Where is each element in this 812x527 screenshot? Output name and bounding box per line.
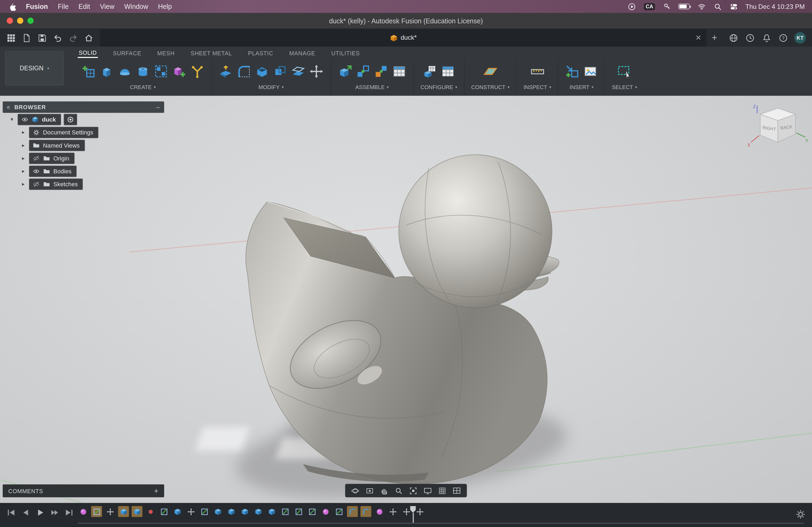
comments-bar[interactable]: COMMENTS + [3,484,164,497]
battery-icon[interactable] [679,3,690,9]
save-icon[interactable] [37,33,47,43]
revolve-icon[interactable] [118,64,132,79]
spotlight-search-icon[interactable] [713,2,722,11]
timeline-feature-sketch[interactable] [199,506,210,517]
new-file-icon[interactable] [22,33,32,43]
step-forward-button[interactable] [50,508,60,517]
timeline-feature-sketch[interactable] [334,506,344,517]
help-icon[interactable]: ? [779,33,788,43]
apple-logo-icon[interactable] [7,2,16,11]
joint-icon[interactable] [356,64,370,79]
move-copy-icon[interactable] [309,64,323,79]
create-menu[interactable]: CREATE▾ [130,84,156,90]
bell-icon[interactable] [762,33,772,43]
tab-plastic[interactable]: PLASTIC [247,48,274,57]
wifi-icon[interactable] [697,2,706,11]
viewports-icon[interactable] [450,484,463,497]
insert-menu[interactable]: INSERT▾ [569,84,593,90]
close-tab-icon[interactable]: ✕ [695,33,702,42]
close-window-button[interactable] [7,18,13,24]
tab-surface[interactable]: SURFACE [112,48,142,57]
configure-menu[interactable]: CONFIGURE▾ [420,84,457,90]
new-tab-button[interactable]: + [707,32,723,43]
input-source-badge[interactable]: CA [644,3,655,10]
undo-icon[interactable] [53,33,63,43]
pan-icon[interactable] [378,484,391,497]
display-settings-icon[interactable] [421,484,434,497]
caret-collapsed-icon[interactable]: ▸ [20,181,26,187]
skip-to-end-button[interactable] [64,508,74,517]
timeline-feature-move[interactable] [105,506,115,517]
caret-collapsed-icon[interactable]: ▸ [20,142,26,148]
screen-mirroring-icon[interactable] [627,2,636,11]
menu-view[interactable]: View [100,3,114,11]
menu-file[interactable]: File [58,3,69,11]
timeline-feature-move[interactable] [185,506,196,517]
press-pull-icon[interactable] [219,64,233,79]
timeline-feature-box[interactable] [239,506,250,517]
model-canvas[interactable]: « BROWSER − ▾ duck ▸ Document [0,96,812,503]
skip-to-start-button[interactable] [6,508,16,517]
timeline-settings-gear-icon[interactable] [795,509,806,520]
zoom-icon[interactable] [392,484,405,497]
insert-derive-icon[interactable] [565,64,580,79]
joint-table-icon[interactable] [392,64,407,79]
timeline-feature-box[interactable] [132,506,142,517]
construction-plane-icon[interactable] [483,64,497,79]
timeline-feature-form[interactable] [374,506,385,517]
configuration-icon[interactable] [423,64,437,79]
caret-collapsed-icon[interactable]: ▸ [20,129,26,135]
grid-settings-icon[interactable] [436,484,449,497]
timeline-feature-box[interactable] [172,506,183,517]
browser-node-origin[interactable]: Origin [29,152,74,164]
zoom-window-button[interactable] [27,18,33,24]
look-at-icon[interactable] [363,484,376,497]
browser-node-bodies[interactable]: Bodies [29,165,77,177]
document-tab-duck[interactable]: duck* [390,34,417,42]
app-grid-icon[interactable] [6,33,16,43]
tab-utilities[interactable]: UTILITIES [330,48,361,57]
fillet-icon[interactable] [236,64,251,79]
home-icon[interactable] [84,33,94,43]
combine-icon[interactable] [273,64,287,79]
orbit-icon[interactable] [349,484,362,497]
play-button[interactable] [35,508,45,517]
timeline-feature-sketch[interactable] [293,506,304,517]
as-built-joint-icon[interactable] [374,64,388,79]
assemble-menu[interactable]: ASSEMBLE▾ [355,84,389,90]
minimize-browser-icon[interactable]: − [156,103,160,111]
timeline-feature-box[interactable] [266,506,277,517]
caret-collapsed-icon[interactable]: ▸ [20,168,26,174]
menu-window[interactable]: Window [124,3,148,11]
step-back-button[interactable] [21,508,31,517]
timeline-feature-sketch[interactable] [307,506,317,517]
key-icon[interactable] [663,2,671,11]
timeline-feature-move[interactable] [414,506,425,517]
browser-node-document-settings[interactable]: Document Settings [29,127,99,138]
browser-node-duck[interactable]: duck [18,114,61,125]
timeline-feature-form[interactable] [77,506,88,517]
add-comment-icon[interactable]: + [154,486,158,495]
menubar-app-name[interactable]: Fusion [26,3,48,11]
offset-face-icon[interactable] [291,64,306,79]
caret-collapsed-icon[interactable]: ▸ [20,155,26,161]
hole-icon[interactable] [135,64,150,79]
select-menu[interactable]: SELECT▾ [612,84,637,90]
timeline-feature-box[interactable] [213,506,223,517]
globe-icon[interactable] [728,33,738,43]
view-cube[interactable]: Z X Y RIGHT BACK [746,103,809,158]
menu-edit[interactable]: Edit [78,3,90,11]
create-sketch-icon[interactable] [81,64,96,79]
timeline-feature-box[interactable] [118,506,129,517]
timeline-feature-sketch[interactable] [279,506,290,517]
workspace-selector[interactable]: DESIGN ▾ [5,51,64,85]
timeline-feature-fillet[interactable] [360,506,371,517]
construct-menu[interactable]: CONSTRUCT▾ [471,84,510,90]
timeline-ruler[interactable] [77,523,804,524]
browser-node-sketches[interactable]: Sketches [29,178,83,190]
tab-manage[interactable]: MANAGE [288,48,316,57]
fit-icon[interactable] [407,484,420,497]
timeline-feature-hole[interactable] [145,506,156,517]
timeline-feature-fillet[interactable] [347,506,358,517]
extrude-icon[interactable] [99,64,114,79]
